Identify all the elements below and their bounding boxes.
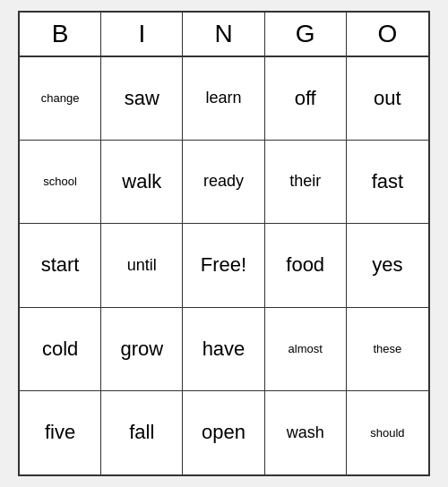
cell-text: Free!	[201, 253, 246, 277]
header-letter: N	[183, 13, 264, 56]
cell-text: start	[41, 253, 80, 277]
cell-text: fall	[129, 421, 154, 444]
cell-text: almost	[289, 342, 323, 356]
bingo-cell[interactable]: wash	[265, 391, 347, 474]
cell-text: these	[373, 342, 401, 356]
bingo-cell[interactable]: fast	[347, 141, 428, 224]
cell-text: should	[370, 426, 404, 440]
bingo-grid: changesawlearnoffoutschoolwalkreadytheir…	[20, 57, 428, 474]
cell-text: saw	[125, 87, 159, 110]
header-letter: B	[20, 13, 101, 56]
cell-text: have	[202, 337, 246, 361]
bingo-cell[interactable]: have	[183, 308, 264, 391]
header-letter: O	[347, 13, 428, 56]
bingo-cell[interactable]: five	[20, 391, 101, 474]
bingo-cell[interactable]: yes	[347, 224, 428, 307]
bingo-card: BINGO changesawlearnoffoutschoolwalkread…	[18, 11, 430, 476]
bingo-cell[interactable]: ready	[183, 141, 264, 224]
bingo-header: BINGO	[20, 13, 428, 57]
cell-text: off	[295, 87, 316, 110]
cell-text: open	[202, 421, 246, 444]
cell-text: walk	[122, 170, 161, 193]
bingo-cell[interactable]: out	[347, 57, 428, 141]
cell-text: cold	[42, 337, 78, 361]
header-letter: I	[101, 13, 183, 56]
cell-text: wash	[287, 423, 324, 443]
bingo-cell[interactable]: fall	[101, 391, 183, 474]
cell-text: learn	[205, 89, 241, 108]
bingo-cell[interactable]: these	[347, 308, 428, 391]
bingo-cell[interactable]: until	[101, 224, 183, 307]
bingo-cell[interactable]: their	[265, 141, 347, 224]
header-letter: G	[265, 13, 347, 56]
bingo-cell[interactable]: change	[20, 57, 101, 141]
bingo-cell[interactable]: Free!	[183, 224, 264, 307]
bingo-cell[interactable]: cold	[20, 308, 101, 391]
bingo-cell[interactable]: school	[20, 141, 101, 224]
bingo-cell[interactable]: off	[265, 57, 347, 141]
cell-text: until	[127, 256, 157, 276]
bingo-cell[interactable]: food	[265, 224, 347, 307]
cell-text: fast	[372, 170, 403, 193]
bingo-cell[interactable]: almost	[265, 308, 347, 391]
cell-text: grow	[120, 337, 163, 361]
bingo-cell[interactable]: open	[183, 391, 264, 474]
cell-text: ready	[203, 172, 244, 192]
bingo-cell[interactable]: grow	[101, 308, 183, 391]
cell-text: out	[374, 87, 401, 110]
bingo-cell[interactable]: saw	[101, 57, 183, 141]
bingo-cell[interactable]: start	[20, 224, 101, 307]
bingo-cell[interactable]: learn	[183, 57, 264, 141]
cell-text: yes	[372, 253, 402, 277]
bingo-cell[interactable]: should	[347, 391, 428, 474]
cell-text: change	[41, 91, 80, 106]
cell-text: food	[286, 253, 324, 277]
cell-text: five	[45, 421, 75, 444]
bingo-cell[interactable]: walk	[101, 141, 183, 224]
cell-text: school	[43, 175, 77, 189]
cell-text: their	[289, 172, 321, 192]
